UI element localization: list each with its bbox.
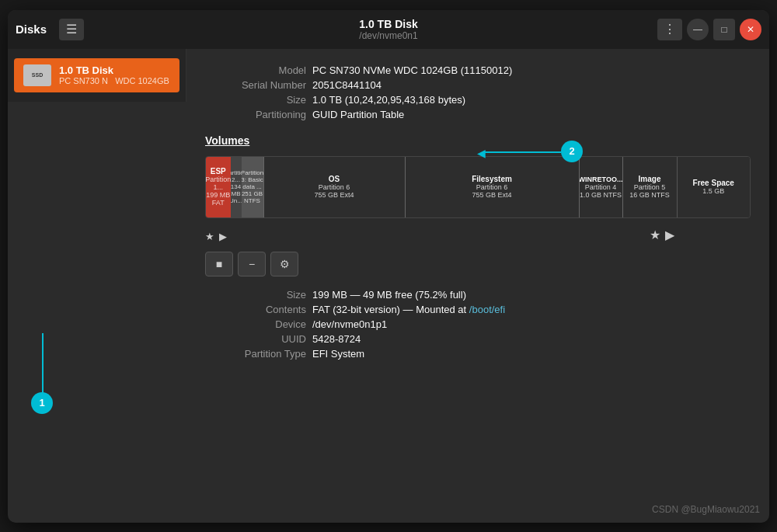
star-icon-right[interactable]: ★ [650,228,660,245]
menu-button[interactable]: ☰ [59,19,84,40]
disk-list-item[interactable]: SSD 1.0 TB Disk PC SN730 N WDC 1024GB [14,58,179,92]
titlebar-controls: ⋮ — □ ✕ [657,19,761,40]
partition-actions-right: ★ ▶ [650,228,751,245]
disk-info: 1.0 TB Disk PC SN730 N WDC 1024GB [59,64,169,85]
delete-button[interactable]: − [238,252,266,276]
partitioning-value: GUID Partition Table [312,109,751,120]
partition-details: Size 199 MB — 49 MB free (75.2% full) Co… [205,289,751,360]
detail-device-value: /dev/nvme0n1p1 [312,318,751,330]
partition-esp[interactable]: ESP Partition 1... 199 MB FAT [206,157,231,217]
boot-efi-link[interactable]: /boot/efi [469,304,505,315]
disk-title: 1.0 TB Disk [359,18,417,30]
partition-actions-left: ★ ▶ [205,228,227,245]
detail-size-label: Size [205,289,306,301]
detail-partition-type-value: EFI System [312,348,751,360]
options-button[interactable]: ⋮ [657,19,682,40]
model-label: Model [205,64,306,76]
partitions-bar: ESP Partition 1... 199 MB FAT Partition … [205,156,751,218]
model-value: PC SN730 NVMe WDC 1024GB (11150012) [312,64,751,76]
annotation-bubble-1: 1 [31,392,53,414]
close-button[interactable]: ✕ [740,19,761,40]
maximize-button[interactable]: □ [713,19,735,40]
main-wrapper: Model PC SN730 NVMe WDC 1024GB (11150012… [186,49,769,523]
sidebar: SSD 1.0 TB Disk PC SN730 N WDC 1024GB [8,49,186,102]
disk-icon: SSD [23,64,51,86]
play-icon-right[interactable]: ▶ [665,228,674,245]
titlebar-center: 1.0 TB Disk /dev/nvme0n1 [359,18,417,41]
minimize-button[interactable]: — [687,19,709,40]
titlebar: Disks ☰ 1.0 TB Disk /dev/nvme0n1 ⋮ — □ ✕ [8,10,769,49]
titlebar-left: Disks ☰ [16,19,84,40]
detail-uuid-value: 5428-8724 [312,333,751,345]
partition-filesystem[interactable]: Filesystem Partition 6 755 GB Ext4 [405,157,579,217]
size-value: 1.0 TB (10,24,20,95,43,168 bytes) [312,94,751,106]
disk-path: /dev/nvme0n1 [359,30,417,41]
star-icon[interactable]: ★ [205,231,214,242]
disk-detail: PC SN730 N WDC 1024GB [59,76,169,85]
disk-name: 1.0 TB Disk [59,64,169,76]
annotation-line-2 [483,151,561,153]
disk-info-grid: Model PC SN730 NVMe WDC 1024GB (11150012… [205,64,751,120]
content-area: SSD 1.0 TB Disk PC SN730 N WDC 1024GB 1 [8,49,769,523]
detail-device-label: Device [205,318,306,330]
detail-contents-value: FAT (32-bit version) — Mounted at /boot/… [312,304,751,315]
size-label: Size [205,94,306,106]
annotation-bubble-2: 2 [561,141,583,162]
toolbar: ■ − ⚙ [205,252,751,276]
main-content: Model PC SN730 NVMe WDC 1024GB (11150012… [186,49,769,375]
app-title: Disks [16,23,47,36]
detail-size-value: 199 MB — 49 MB free (75.2% full) [312,289,751,301]
detail-contents-label: Contents [205,304,306,315]
annotation-arrow-2: ◀ [477,147,486,159]
play-icon[interactable]: ▶ [219,231,227,242]
partition-image[interactable]: Image Partition 5 16 GB NTFS [622,157,677,217]
settings-button[interactable]: ⚙ [270,252,298,276]
detail-uuid-label: UUID [205,333,306,345]
partition-basic[interactable]: Partition 3: Basic data ... 251 GB NTFS [242,157,263,217]
stop-button[interactable]: ■ [205,252,233,276]
watermark: CSDN @BugMiaowu2021 [652,504,760,515]
detail-partition-type-label: Partition Type [205,348,306,360]
partition-free-space[interactable]: Free Space 1.5 GB [677,157,751,217]
partition-os[interactable]: OS Partition 6 755 GB Ext4 [263,157,405,217]
serial-value: 2051C8441104 [312,79,751,91]
volumes-title: Volumes [205,134,751,147]
partition-unalloc[interactable]: Partition 2... 134 MB Un... [231,157,242,217]
serial-label: Serial Number [205,79,306,91]
partitioning-label: Partitioning [205,109,306,120]
partition-winretoo[interactable]: WINRETOO... Partition 4 1.0 GB NTFS [579,157,622,217]
